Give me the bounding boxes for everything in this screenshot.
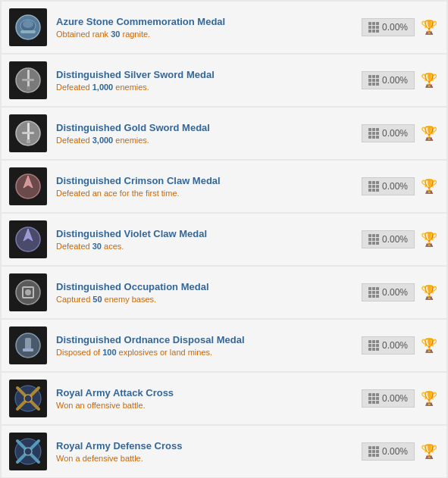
svg-rect-3: [20, 30, 36, 33]
grid-icon: [368, 22, 379, 33]
svg-rect-26: [23, 348, 33, 351]
svg-rect-13: [22, 132, 34, 134]
percent-value: 0.00%: [382, 234, 408, 245]
medal-info: Distinguished Gold Sword Medal Defeated …: [56, 122, 352, 145]
percent-value: 0.00%: [382, 22, 408, 33]
medal-name: Distinguished Occupation Medal: [56, 281, 352, 292]
medal-name: Royal Army Defense Cross: [56, 440, 352, 451]
medal-name: Distinguished Crimson Claw Medal: [56, 175, 352, 186]
percent-value: 0.00%: [382, 128, 408, 139]
percent-box[interactable]: 0.00%: [362, 389, 415, 408]
medal-desc-text: Defeated: [56, 136, 92, 145]
medal-desc-text: Won an offensive battle.: [56, 401, 146, 410]
medal-row: Royal Army Attack Cross Won an offensive…: [2, 373, 446, 424]
percent-box[interactable]: 0.00%: [362, 71, 415, 89]
percent-value: 0.00%: [382, 181, 408, 192]
medal-name: Distinguished Gold Sword Medal: [56, 122, 352, 133]
medal-description: Defeated 1,000 enemies.: [56, 83, 352, 92]
medal-desc-highlight: 30: [92, 242, 102, 251]
grid-icon: [368, 287, 379, 298]
medal-info: Royal Army Defense Cross Won a defensive…: [56, 440, 352, 463]
trophy-icon: 🏆: [419, 389, 439, 408]
medal-desc-suffix: enemies.: [113, 136, 149, 145]
grid-icon: [368, 75, 379, 86]
medal-description: Defeated 30 aces.: [56, 242, 352, 251]
medal-icon: [9, 167, 47, 205]
medal-stats: 0.00% 🏆: [362, 17, 439, 37]
medal-stats: 0.00% 🏆: [362, 177, 439, 196]
svg-point-36: [24, 448, 32, 455]
medal-info: Distinguished Occupation Medal Captured …: [56, 281, 352, 304]
medal-icon: [9, 273, 47, 311]
percent-value: 0.00%: [382, 75, 408, 86]
percent-box[interactable]: 0.00%: [362, 124, 415, 142]
trophy-icon: 🏆: [419, 70, 439, 90]
trophy-icon: 🏆: [419, 17, 439, 37]
medal-desc-text: Defeated an ace for the first time.: [56, 189, 180, 198]
percent-value: 0.00%: [382, 340, 408, 351]
medal-icon: [9, 8, 47, 46]
medal-name: Distinguished Ordnance Disposal Medal: [56, 334, 352, 345]
medal-desc-text: Disposed of: [56, 348, 102, 357]
medal-row: Azure Stone Commemoration Medal Obtained…: [2, 2, 446, 53]
medal-row: Distinguished Silver Sword Medal Defeate…: [2, 55, 446, 106]
medal-desc-text: Captured: [56, 295, 92, 304]
trophy-icon: 🏆: [419, 123, 439, 143]
svg-point-22: [25, 289, 31, 295]
medal-description: Captured 50 enemy bases.: [56, 295, 352, 304]
grid-icon: [368, 181, 379, 192]
medal-stats: 0.00% 🏆: [362, 70, 439, 90]
percent-box[interactable]: 0.00%: [362, 230, 415, 248]
medal-info: Distinguished Crimson Claw Medal Defeate…: [56, 175, 352, 198]
svg-rect-8: [22, 79, 34, 81]
percent-box[interactable]: 0.00%: [362, 283, 415, 301]
medal-description: Defeated an ace for the first time.: [56, 189, 352, 198]
medal-info: Distinguished Ordnance Disposal Medal Di…: [56, 334, 352, 357]
medal-desc-highlight: 1,000: [92, 83, 114, 92]
medal-row: Distinguished Ordnance Disposal Medal Di…: [2, 320, 446, 371]
percent-box[interactable]: 0.00%: [362, 442, 415, 461]
medal-icon: [9, 433, 47, 470]
medal-desc-suffix: aces.: [102, 242, 124, 251]
percent-box[interactable]: 0.00%: [362, 18, 415, 36]
medal-description: Disposed of 100 explosives or land mines…: [56, 348, 352, 357]
medal-desc-highlight: 30: [111, 30, 120, 39]
trophy-icon: 🏆: [419, 442, 439, 461]
medal-desc-suffix: enemy bases.: [102, 295, 157, 304]
medal-description: Won an offensive battle.: [56, 401, 352, 410]
medal-icon: [9, 114, 47, 152]
grid-icon: [368, 446, 379, 457]
medal-icon: [9, 380, 47, 417]
medal-name: Azure Stone Commemoration Medal: [56, 16, 352, 27]
grid-icon: [368, 128, 379, 139]
grid-icon: [368, 393, 379, 404]
medal-desc-text: Won a defensive battle.: [56, 454, 143, 463]
medal-desc-text: Obtained rank: [56, 30, 111, 39]
medal-stats: 0.00% 🏆: [362, 123, 439, 143]
percent-value: 0.00%: [382, 287, 408, 298]
percent-box[interactable]: 0.00%: [362, 336, 415, 355]
svg-rect-9: [27, 86, 30, 90]
medal-stats: 0.00% 🏆: [362, 283, 439, 302]
percent-box[interactable]: 0.00%: [362, 177, 415, 195]
svg-rect-14: [27, 139, 30, 143]
medal-desc-suffix: explosives or land mines.: [117, 348, 213, 357]
medal-row: Royal Army Defense Cross Won a defensive…: [2, 426, 446, 477]
medal-info: Azure Stone Commemoration Medal Obtained…: [56, 16, 352, 39]
trophy-icon: 🏆: [419, 177, 439, 196]
svg-rect-25: [25, 338, 31, 350]
medal-row: Distinguished Occupation Medal Captured …: [2, 267, 446, 318]
medal-icon: [9, 326, 47, 364]
grid-icon: [368, 340, 379, 351]
medal-row: Distinguished Gold Sword Medal Defeated …: [2, 108, 446, 159]
medal-stats: 0.00% 🏆: [362, 336, 439, 355]
percent-value: 0.00%: [382, 393, 408, 404]
medal-description: Defeated 3,000 enemies.: [56, 136, 352, 145]
medal-name: Distinguished Violet Claw Medal: [56, 228, 352, 239]
medal-list: Azure Stone Commemoration Medal Obtained…: [0, 0, 448, 478]
medal-desc-highlight: 100: [102, 348, 116, 357]
medal-desc-highlight: 3,000: [92, 136, 114, 145]
trophy-icon: 🏆: [419, 230, 439, 249]
medal-info: Distinguished Silver Sword Medal Defeate…: [56, 69, 352, 92]
trophy-icon: 🏆: [419, 283, 439, 302]
